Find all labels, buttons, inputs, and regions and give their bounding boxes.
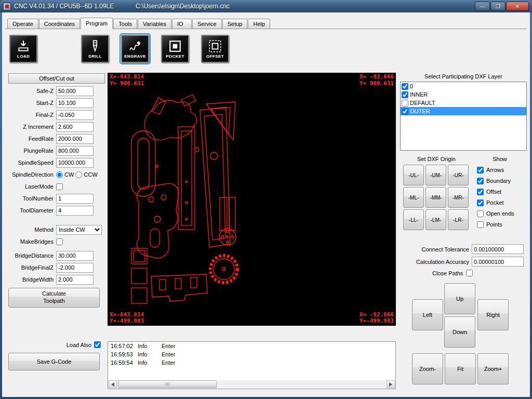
titlebar[interactable]: CNC V4.01.34 / CPU5B--6D 1.09LE C:\Users… (0, 0, 532, 12)
show-offset-checkbox[interactable] (477, 189, 484, 195)
pocket-button[interactable]: POCKET (161, 35, 189, 63)
log-level: Info (138, 360, 162, 366)
offset-button[interactable]: OFFSET (201, 35, 229, 63)
spindle-ccw-label: CCW (84, 171, 97, 178)
tool-diameter-input[interactable] (56, 206, 94, 216)
layer-default-checkbox[interactable] (402, 100, 408, 107)
origin-ur-button[interactable]: -UR- (448, 165, 469, 185)
layer-inner-checkbox[interactable] (402, 91, 408, 98)
spindle-ccw-radio[interactable] (75, 171, 82, 178)
scroll-right-button[interactable] (387, 380, 395, 388)
tab-service[interactable]: Service (192, 19, 222, 29)
final-z-label: Final-Z (8, 112, 56, 118)
load-button[interactable]: LOAD (9, 35, 37, 63)
dxf-viewport[interactable]: X=-843.814 Y= 900.631 X= -92.666 Y= 900.… (108, 73, 396, 326)
close-paths-checkbox[interactable] (466, 270, 473, 276)
origin-mr-button[interactable]: -MR- (448, 187, 469, 208)
log-horizontal-scrollbar[interactable] (109, 380, 395, 388)
tab-coordinates[interactable]: Coordinates (39, 19, 80, 29)
show-points-checkbox[interactable] (477, 221, 484, 228)
feedrate-input[interactable] (56, 134, 94, 144)
origin-mm-button[interactable]: -MM- (425, 187, 446, 208)
origin-ml-button[interactable]: -ML- (403, 187, 424, 208)
load-also-checkbox[interactable] (94, 341, 101, 348)
show-open-ends-checkbox[interactable] (477, 210, 484, 217)
bridge-width-label: BridgeWidth (8, 276, 56, 283)
origin-um-button[interactable]: -UM- (425, 165, 446, 185)
minimize-button[interactable]: — (475, 2, 490, 11)
z-increment-label: Z Increment (8, 124, 56, 130)
origin-lm-button[interactable]: -LM- (425, 209, 446, 230)
tool-diameter-label: ToolDiameter (8, 207, 56, 214)
plungerate-input[interactable] (56, 146, 94, 156)
log-panel[interactable]: 16:57:02 Info Enter 16:59:53 Info Enter … (108, 341, 396, 389)
show-pocket-checkbox[interactable] (477, 200, 484, 206)
pan-up-button[interactable]: Up (444, 283, 475, 314)
bridge-width-input[interactable] (56, 275, 94, 285)
tab-help[interactable]: Help (248, 19, 270, 29)
maximize-button[interactable]: ❐ (490, 2, 506, 11)
fit-button[interactable]: Fit (445, 353, 476, 384)
tab-tools[interactable]: Tools (113, 19, 137, 29)
calculation-accuracy-input[interactable] (472, 257, 524, 267)
show-header: Show (473, 156, 527, 162)
layer-row-default[interactable]: DEFAULT (401, 99, 526, 107)
start-z-input[interactable] (56, 98, 94, 108)
z-increment-input[interactable] (56, 122, 94, 132)
layer-outer-checkbox[interactable] (402, 108, 408, 115)
show-offset-label: Offset (486, 189, 501, 195)
make-bridges-checkbox[interactable] (56, 238, 63, 245)
save-gcode-button[interactable]: Save G-Code (8, 353, 100, 370)
bridge-finalz-input[interactable] (56, 263, 94, 273)
tab-variables[interactable]: Variables (138, 19, 171, 29)
final-z-input[interactable] (56, 110, 94, 120)
pan-left-button[interactable]: Left (412, 299, 443, 330)
tab-program[interactable]: Program (81, 18, 113, 29)
engrave-label: ENGRAVE (124, 54, 146, 59)
safe-z-label: Safe-Z (8, 88, 56, 94)
tab-operate[interactable]: Operate (7, 19, 38, 29)
panel-header: Offset/Cut out (8, 73, 105, 84)
origin-lr-button[interactable]: -LR- (448, 209, 469, 230)
layer-row-inner[interactable]: INNER (401, 90, 526, 99)
drill-icon (87, 39, 103, 53)
show-arrows-label: Arrows (486, 167, 504, 173)
method-select[interactable]: Inside CW (56, 225, 102, 235)
log-level: Info (138, 351, 162, 357)
tab-io[interactable]: IO (172, 19, 192, 29)
set-dxf-origin-header: Set DXF Origin (400, 156, 473, 162)
close-button[interactable]: ✕ (506, 2, 529, 11)
safe-z-input[interactable] (56, 86, 94, 96)
calculate-toolpath-button[interactable]: Calculate Toolpath (8, 288, 100, 308)
origin-ul-button[interactable]: -UL- (403, 165, 424, 185)
pocket-icon (167, 39, 183, 53)
app-window: CNC V4.01.34 / CPU5B--6D 1.09LE C:\Users… (0, 0, 532, 399)
drill-button[interactable]: DRILL (81, 35, 109, 63)
show-arrows-checkbox[interactable] (477, 167, 484, 174)
show-boundary-checkbox[interactable] (477, 178, 484, 184)
layer-row-outer[interactable]: OUTER (401, 107, 526, 115)
tab-bar: Operate Coordinates Program Tools Variab… (5, 18, 527, 29)
load-icon (16, 39, 31, 53)
log-message: Enter (162, 343, 395, 349)
pan-down-button[interactable]: Down (444, 316, 475, 348)
layer-row-0[interactable]: 0 (401, 82, 526, 90)
laser-mode-checkbox[interactable] (56, 183, 63, 190)
pan-right-button[interactable]: Right (477, 299, 509, 330)
zoom-out-button[interactable]: Zoom- (412, 353, 443, 384)
scrollbar-thumb[interactable] (118, 380, 217, 388)
zoom-in-button[interactable]: Zoom+ (477, 353, 509, 384)
spindle-cw-radio[interactable] (56, 171, 63, 178)
bridge-distance-input[interactable] (56, 251, 94, 261)
client-area: Operate Coordinates Program Tools Variab… (2, 12, 530, 397)
tab-setup[interactable]: Setup (222, 19, 248, 29)
close-paths-label: Close Paths (432, 270, 463, 276)
layer-listbox[interactable]: 0 INNER DEFAULT OUTER (400, 82, 527, 151)
origin-ll-button[interactable]: -LL- (403, 209, 424, 230)
spindlespeed-input[interactable] (56, 158, 94, 168)
connect-tolerance-input[interactable] (472, 244, 524, 254)
tool-number-input[interactable] (56, 194, 94, 204)
engrave-button[interactable]: ENGRAVE (121, 35, 149, 63)
scroll-left-button[interactable] (109, 380, 117, 388)
layer-0-checkbox[interactable] (402, 83, 408, 90)
